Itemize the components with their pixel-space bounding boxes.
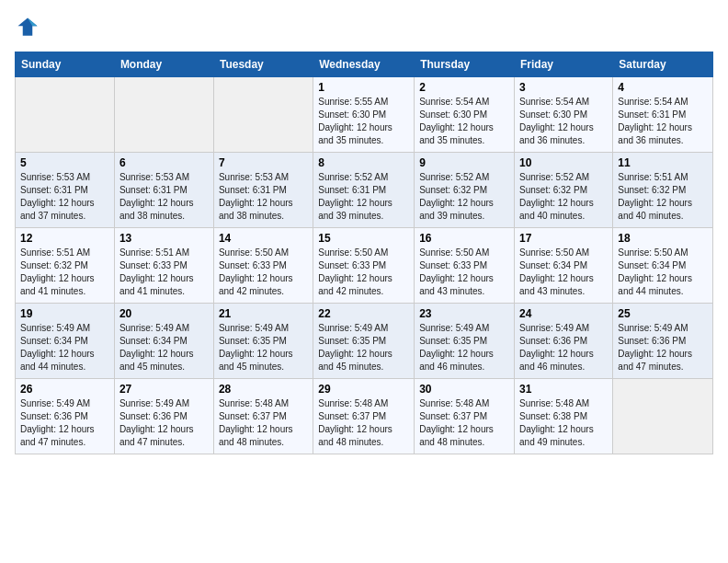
calendar-cell: 12Sunrise: 5:51 AM Sunset: 6:32 PM Dayli… <box>16 228 115 304</box>
day-info: Sunrise: 5:49 AM Sunset: 6:36 PM Dayligh… <box>119 397 209 449</box>
weekday-header-tuesday: Tuesday <box>213 52 313 77</box>
day-number: 23 <box>419 307 509 320</box>
calendar-cell: 3Sunrise: 5:54 AM Sunset: 6:30 PM Daylig… <box>515 77 613 153</box>
day-number: 9 <box>419 156 509 169</box>
calendar-cell <box>613 379 713 454</box>
weekday-header-wednesday: Wednesday <box>313 52 415 77</box>
calendar-cell: 27Sunrise: 5:49 AM Sunset: 6:36 PM Dayli… <box>114 379 213 454</box>
calendar-cell: 2Sunrise: 5:54 AM Sunset: 6:30 PM Daylig… <box>415 77 515 153</box>
calendar-table: SundayMondayTuesdayWednesdayThursdayFrid… <box>15 52 713 454</box>
day-number: 19 <box>20 307 109 320</box>
calendar-cell <box>114 77 213 153</box>
calendar-cell: 16Sunrise: 5:50 AM Sunset: 6:33 PM Dayli… <box>415 228 515 304</box>
calendar-cell: 23Sunrise: 5:49 AM Sunset: 6:35 PM Dayli… <box>415 304 515 379</box>
calendar-cell: 8Sunrise: 5:52 AM Sunset: 6:31 PM Daylig… <box>313 153 415 228</box>
day-number: 24 <box>519 307 608 320</box>
day-info: Sunrise: 5:48 AM Sunset: 6:37 PM Dayligh… <box>419 397 509 449</box>
day-info: Sunrise: 5:50 AM Sunset: 6:33 PM Dayligh… <box>318 247 409 298</box>
day-number: 17 <box>519 232 608 245</box>
weekday-header-saturday: Saturday <box>613 52 713 77</box>
day-number: 12 <box>20 232 109 245</box>
day-info: Sunrise: 5:50 AM Sunset: 6:34 PM Dayligh… <box>618 247 708 298</box>
calendar-cell: 29Sunrise: 5:48 AM Sunset: 6:37 PM Dayli… <box>313 379 415 454</box>
day-info: Sunrise: 5:53 AM Sunset: 6:31 PM Dayligh… <box>20 171 109 223</box>
weekday-header-friday: Friday <box>515 52 613 77</box>
calendar-cell: 22Sunrise: 5:49 AM Sunset: 6:35 PM Dayli… <box>313 304 415 379</box>
calendar-cell: 5Sunrise: 5:53 AM Sunset: 6:31 PM Daylig… <box>16 153 115 228</box>
day-number: 4 <box>618 81 708 94</box>
day-info: Sunrise: 5:49 AM Sunset: 6:35 PM Dayligh… <box>219 322 308 373</box>
day-number: 16 <box>419 232 509 245</box>
day-number: 3 <box>519 81 608 94</box>
calendar-cell: 10Sunrise: 5:52 AM Sunset: 6:32 PM Dayli… <box>515 153 613 228</box>
day-number: 18 <box>618 232 708 245</box>
calendar-week-row: 5Sunrise: 5:53 AM Sunset: 6:31 PM Daylig… <box>16 153 713 228</box>
calendar-cell: 1Sunrise: 5:55 AM Sunset: 6:30 PM Daylig… <box>313 77 415 153</box>
calendar-cell: 9Sunrise: 5:52 AM Sunset: 6:32 PM Daylig… <box>415 153 515 228</box>
calendar-cell: 25Sunrise: 5:49 AM Sunset: 6:36 PM Dayli… <box>613 304 713 379</box>
calendar-cell: 19Sunrise: 5:49 AM Sunset: 6:34 PM Dayli… <box>16 304 115 379</box>
day-number: 21 <box>219 307 308 320</box>
day-info: Sunrise: 5:52 AM Sunset: 6:31 PM Dayligh… <box>318 171 409 223</box>
day-number: 15 <box>318 232 409 245</box>
calendar-cell: 11Sunrise: 5:51 AM Sunset: 6:32 PM Dayli… <box>613 153 713 228</box>
calendar-cell: 14Sunrise: 5:50 AM Sunset: 6:33 PM Dayli… <box>213 228 313 304</box>
calendar-cell: 21Sunrise: 5:49 AM Sunset: 6:35 PM Dayli… <box>213 304 313 379</box>
logo <box>15 15 44 40</box>
weekday-header-monday: Monday <box>114 52 213 77</box>
calendar-cell: 30Sunrise: 5:48 AM Sunset: 6:37 PM Dayli… <box>415 379 515 454</box>
day-number: 6 <box>119 156 209 169</box>
day-info: Sunrise: 5:51 AM Sunset: 6:32 PM Dayligh… <box>20 247 109 298</box>
calendar-cell: 4Sunrise: 5:54 AM Sunset: 6:31 PM Daylig… <box>613 77 713 153</box>
calendar-cell: 18Sunrise: 5:50 AM Sunset: 6:34 PM Dayli… <box>613 228 713 304</box>
weekday-header-thursday: Thursday <box>415 52 515 77</box>
day-number: 1 <box>318 81 409 94</box>
day-info: Sunrise: 5:49 AM Sunset: 6:36 PM Dayligh… <box>519 322 608 373</box>
calendar-cell: 26Sunrise: 5:49 AM Sunset: 6:36 PM Dayli… <box>16 379 115 454</box>
day-info: Sunrise: 5:49 AM Sunset: 6:34 PM Dayligh… <box>20 322 109 373</box>
day-info: Sunrise: 5:49 AM Sunset: 6:34 PM Dayligh… <box>119 322 209 373</box>
day-info: Sunrise: 5:50 AM Sunset: 6:33 PM Dayligh… <box>219 247 308 298</box>
calendar-cell: 31Sunrise: 5:48 AM Sunset: 6:38 PM Dayli… <box>515 379 613 454</box>
calendar-body: 1Sunrise: 5:55 AM Sunset: 6:30 PM Daylig… <box>16 77 713 454</box>
day-number: 30 <box>419 383 509 396</box>
day-number: 31 <box>519 383 608 396</box>
calendar-cell: 20Sunrise: 5:49 AM Sunset: 6:34 PM Dayli… <box>114 304 213 379</box>
calendar-header: SundayMondayTuesdayWednesdayThursdayFrid… <box>16 52 713 77</box>
day-number: 11 <box>618 156 708 169</box>
day-number: 7 <box>219 156 308 169</box>
day-number: 29 <box>318 383 409 396</box>
calendar-cell: 15Sunrise: 5:50 AM Sunset: 6:33 PM Dayli… <box>313 228 415 304</box>
day-info: Sunrise: 5:53 AM Sunset: 6:31 PM Dayligh… <box>219 171 308 223</box>
day-info: Sunrise: 5:48 AM Sunset: 6:37 PM Dayligh… <box>318 397 409 449</box>
day-number: 13 <box>119 232 209 245</box>
logo-bird-icon <box>15 15 40 40</box>
calendar-cell: 6Sunrise: 5:53 AM Sunset: 6:31 PM Daylig… <box>114 153 213 228</box>
day-info: Sunrise: 5:51 AM Sunset: 6:33 PM Dayligh… <box>119 247 209 298</box>
page-header <box>15 15 713 40</box>
calendar-cell: 28Sunrise: 5:48 AM Sunset: 6:37 PM Dayli… <box>213 379 313 454</box>
day-info: Sunrise: 5:54 AM Sunset: 6:30 PM Dayligh… <box>419 96 509 147</box>
calendar-cell: 7Sunrise: 5:53 AM Sunset: 6:31 PM Daylig… <box>213 153 313 228</box>
day-info: Sunrise: 5:54 AM Sunset: 6:31 PM Dayligh… <box>618 96 708 147</box>
day-number: 26 <box>20 383 109 396</box>
day-info: Sunrise: 5:53 AM Sunset: 6:31 PM Dayligh… <box>119 171 209 223</box>
day-number: 10 <box>519 156 608 169</box>
day-number: 8 <box>318 156 409 169</box>
day-info: Sunrise: 5:48 AM Sunset: 6:37 PM Dayligh… <box>219 397 308 449</box>
day-number: 22 <box>318 307 409 320</box>
weekday-header-row: SundayMondayTuesdayWednesdayThursdayFrid… <box>16 52 713 77</box>
calendar-cell: 17Sunrise: 5:50 AM Sunset: 6:34 PM Dayli… <box>515 228 613 304</box>
day-number: 27 <box>119 383 209 396</box>
day-info: Sunrise: 5:50 AM Sunset: 6:34 PM Dayligh… <box>519 247 608 298</box>
day-number: 25 <box>618 307 708 320</box>
calendar-week-row: 12Sunrise: 5:51 AM Sunset: 6:32 PM Dayli… <box>16 228 713 304</box>
day-info: Sunrise: 5:50 AM Sunset: 6:33 PM Dayligh… <box>419 247 509 298</box>
day-number: 14 <box>219 232 308 245</box>
day-number: 20 <box>119 307 209 320</box>
day-info: Sunrise: 5:54 AM Sunset: 6:30 PM Dayligh… <box>519 96 608 147</box>
day-info: Sunrise: 5:48 AM Sunset: 6:38 PM Dayligh… <box>519 397 608 449</box>
day-number: 2 <box>419 81 509 94</box>
day-info: Sunrise: 5:52 AM Sunset: 6:32 PM Dayligh… <box>519 171 608 223</box>
day-info: Sunrise: 5:51 AM Sunset: 6:32 PM Dayligh… <box>618 171 708 223</box>
